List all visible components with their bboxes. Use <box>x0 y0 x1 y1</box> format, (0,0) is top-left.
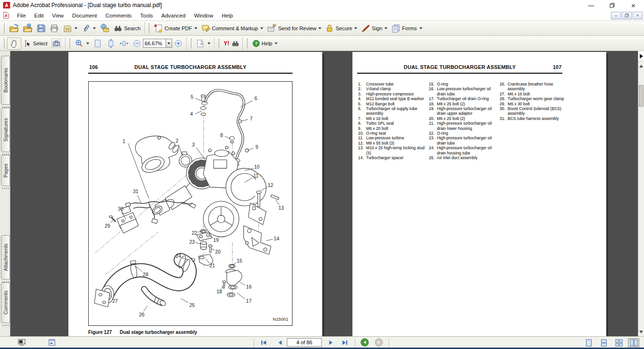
forms-icon <box>391 24 401 33</box>
zoom-tool-button[interactable] <box>73 37 91 50</box>
snapshot-tool-button[interactable] <box>50 37 63 50</box>
forms-button[interactable]: Forms <box>389 22 424 34</box>
zoom-tool-dropdown-arrow <box>86 43 89 44</box>
toolbar-grip[interactable] <box>3 38 6 49</box>
previous-page-button[interactable] <box>275 338 285 347</box>
search-button[interactable]: Search <box>111 22 142 34</box>
print-button[interactable] <box>48 22 61 34</box>
figure-callout-18: 18 <box>217 289 222 294</box>
toolbar-grip[interactable] <box>3 23 6 34</box>
panel-toggle-button[interactable] <box>638 51 644 61</box>
email-button[interactable] <box>98 22 111 34</box>
sign-label: Sign <box>372 26 382 31</box>
scroll-up-button[interactable] <box>638 62 644 69</box>
doc-close-button[interactable]: × <box>633 12 643 19</box>
close-button[interactable]: × <box>623 0 644 10</box>
menu-item-document[interactable]: Document <box>68 12 101 19</box>
save-button[interactable] <box>34 22 48 34</box>
part-item: 29.M6 x 30 bolt <box>500 102 569 106</box>
zoom-level-dropdown[interactable] <box>166 39 172 48</box>
organizer-button[interactable] <box>61 22 79 34</box>
hand-tool-button[interactable] <box>7 37 21 50</box>
help-button[interactable]: ? Help <box>250 37 280 50</box>
comment-markup-button[interactable]: Comment & Markup <box>199 22 265 34</box>
sign-button[interactable]: Sign <box>359 22 389 34</box>
part-item: 14.Turbocharger spacer <box>358 155 428 160</box>
sidebar-tab-attachments[interactable]: Attachments <box>1 235 10 280</box>
open-button[interactable] <box>7 22 21 34</box>
sidebar-tab-signatures[interactable]: Signatures <box>1 108 10 152</box>
fit-height-button[interactable] <box>104 37 117 50</box>
menu-item-file[interactable]: File <box>13 12 30 19</box>
sign-pen-icon <box>361 24 370 33</box>
toolbar-grip[interactable] <box>218 38 220 49</box>
menu-item-help[interactable]: Help <box>217 12 237 19</box>
menu-item-advanced[interactable]: Advanced <box>157 12 190 19</box>
single-page-layout-button[interactable] <box>583 338 594 347</box>
scroll-down-button[interactable] <box>638 328 644 335</box>
next-view-button[interactable] <box>374 338 384 347</box>
screen-view-icon[interactable] <box>17 338 26 347</box>
paperclip-icon <box>81 24 91 33</box>
select-tool-label: Select <box>33 41 48 46</box>
secure-button[interactable]: Secure <box>323 22 359 34</box>
zoom-out-button[interactable] <box>131 37 143 50</box>
sidebar-tab-comments[interactable]: Comments <box>1 282 10 323</box>
status-panel-icon[interactable] <box>47 338 57 347</box>
parts-column: 26.Crankcase breather hose assembly27.M6… <box>500 82 569 121</box>
toolbar-separator <box>214 37 215 50</box>
restore-icon <box>610 3 615 8</box>
continuous-layout-button[interactable] <box>598 338 610 347</box>
zoom-in-button[interactable] <box>172 37 184 50</box>
attach-button[interactable] <box>79 22 98 34</box>
toolbar-grip[interactable] <box>246 38 249 49</box>
menu-item-window[interactable]: Window <box>190 12 217 19</box>
send-for-review-label: Send for Review <box>278 26 317 31</box>
page-indicator-field[interactable] <box>287 338 322 347</box>
figure-caption-text: Dual stage turbocharger assembly <box>120 330 197 335</box>
doc-restore-button[interactable] <box>622 12 632 19</box>
part-item: 3.High-pressure compressor <box>358 92 428 96</box>
menu-item-comments[interactable]: Comments <box>101 12 136 19</box>
send-review-icon <box>267 23 277 33</box>
menu-item-edit[interactable]: Edit <box>30 12 48 19</box>
forms-dropdown-arrow <box>419 27 422 29</box>
part-item: 22.O-ring <box>429 131 499 136</box>
minimize-button[interactable]: — <box>580 0 602 10</box>
doc-minimize-button[interactable]: – <box>611 12 621 19</box>
fit-page-button[interactable] <box>91 37 104 50</box>
restore-button[interactable] <box>602 0 623 10</box>
part-item: 7.M6 x 16 bolt <box>358 116 428 121</box>
continuous-facing-layout-button[interactable] <box>613 338 625 347</box>
facing-layout-button[interactable] <box>628 338 639 347</box>
page-display-button[interactable] <box>194 37 212 50</box>
scrollbar-thumb[interactable] <box>639 85 644 107</box>
zoom-out-icon <box>133 39 141 48</box>
first-page-button[interactable] <box>259 338 269 347</box>
sidebar-tab-pages[interactable]: Pages <box>1 155 10 186</box>
toolbar-separator <box>65 37 66 50</box>
create-pdf-icon <box>154 24 163 33</box>
zoom-level-input[interactable] <box>143 39 166 48</box>
last-page-button[interactable] <box>340 338 350 347</box>
menu-item-view[interactable]: View <box>48 12 68 19</box>
sidebar-tab-bookmarks[interactable]: Bookmarks <box>1 56 10 105</box>
previous-view-button[interactable] <box>360 338 370 347</box>
attach-dropdown-arrow <box>93 27 96 29</box>
toolbar-grip[interactable] <box>69 38 71 49</box>
menu-item-tools[interactable]: Tools <box>136 12 157 19</box>
next-page-button[interactable] <box>326 338 336 347</box>
yahoo-search-button[interactable]: Y! <box>222 37 241 50</box>
create-pdf-button[interactable]: Create PDF <box>152 22 199 34</box>
toolbar-grip[interactable] <box>148 23 151 34</box>
send-for-review-button[interactable]: Send for Review <box>265 22 324 34</box>
select-tool-button[interactable]: Select <box>21 37 50 50</box>
figure-callout-21: 21 <box>209 263 215 268</box>
figure-callout-30: 30 <box>118 206 124 212</box>
fit-width-button[interactable] <box>117 37 131 50</box>
part-item: 27.M6 x 16 bolt <box>500 92 569 96</box>
open-web-button[interactable] <box>21 22 34 34</box>
part-item: 4.M12 bonded seal type B washer <box>358 96 428 101</box>
parts-column: 1.Crossover tube2.V-band clamp3.High-pre… <box>358 82 428 161</box>
toolbar-grip[interactable] <box>190 38 192 49</box>
